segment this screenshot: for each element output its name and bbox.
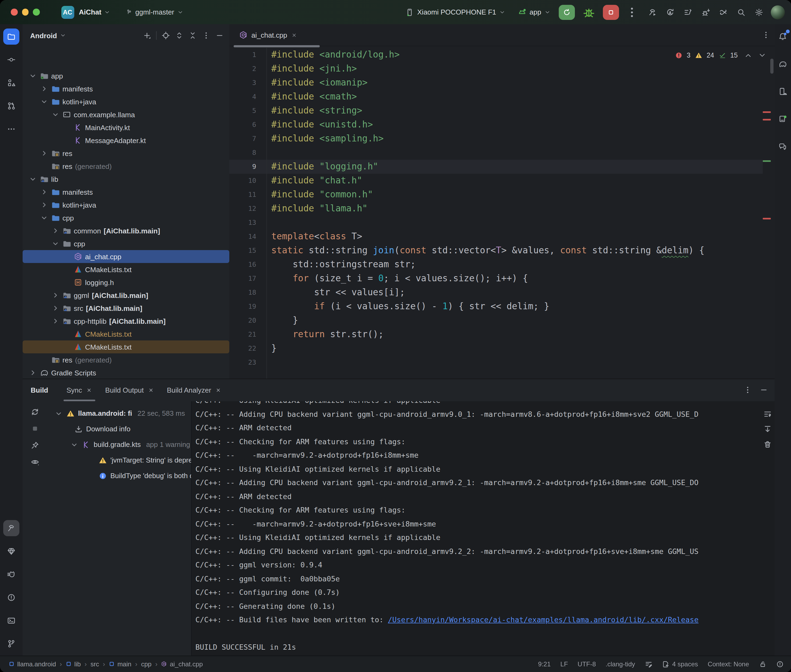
zoom-window-button[interactable] bbox=[33, 9, 40, 16]
line-number[interactable]: 5 bbox=[229, 104, 256, 118]
line-number[interactable]: 13 bbox=[229, 216, 256, 230]
project-tree-row[interactable]: cpp-httplib[AiChat.lib.main] bbox=[22, 315, 229, 328]
hide-panel-icon[interactable] bbox=[215, 31, 224, 40]
search-everywhere-icon[interactable] bbox=[736, 8, 745, 16]
project-tree-row[interactable]: ai_chat.cpp bbox=[22, 250, 229, 263]
change-stripe-mark[interactable] bbox=[762, 160, 770, 162]
write-access-icon[interactable] bbox=[759, 660, 766, 668]
tree-chevron-down-icon[interactable] bbox=[40, 213, 48, 222]
pin-tab-icon[interactable] bbox=[30, 441, 39, 450]
pull-requests-tool-icon[interactable] bbox=[3, 98, 19, 114]
build-panel-options-icon[interactable] bbox=[743, 386, 752, 394]
branch-selector[interactable]: ggml-master bbox=[126, 8, 183, 16]
breadcrumb-item[interactable]: lib bbox=[66, 660, 81, 668]
expand-all-icon[interactable] bbox=[175, 31, 184, 40]
editor-tab[interactable]: ai_chat.cpp bbox=[234, 24, 302, 46]
run-configuration-selector[interactable]: app bbox=[518, 8, 550, 16]
preview-icon[interactable] bbox=[30, 458, 39, 466]
breadcrumb-item[interactable]: cpp bbox=[141, 660, 151, 668]
close-tab-icon[interactable] bbox=[216, 387, 221, 393]
tree-chevron-down-icon[interactable] bbox=[51, 110, 60, 119]
editor-tabs-more-icon[interactable] bbox=[761, 30, 770, 39]
project-tree-row[interactable]: kotlin+java bbox=[22, 95, 229, 108]
clear-all-icon[interactable] bbox=[763, 440, 772, 448]
build-tree-row[interactable]: llama.android: fi22 sec, 583 ms bbox=[55, 405, 185, 421]
tree-chevron-right-icon[interactable] bbox=[51, 226, 60, 235]
build-tree-row[interactable]: Download info bbox=[74, 421, 130, 437]
line-number[interactable]: 19 bbox=[229, 299, 256, 314]
project-tree-row[interactable]: ggml[AiChat.lib.main] bbox=[22, 289, 229, 302]
tree-chevron-down-icon[interactable] bbox=[40, 98, 48, 106]
project-tree-row[interactable]: cpp bbox=[22, 237, 229, 250]
tree-chevron-right-icon[interactable] bbox=[51, 317, 60, 325]
structure-tool-icon[interactable] bbox=[3, 75, 19, 91]
project-tree-row[interactable]: res(generated) bbox=[22, 354, 229, 366]
breadcrumb-item[interactable]: main bbox=[109, 660, 132, 668]
commit-tool-icon[interactable] bbox=[3, 52, 19, 68]
error-stripe-mark[interactable] bbox=[762, 218, 770, 219]
device-selector[interactable]: Xiaomi POCOPHONE F1 bbox=[405, 8, 505, 16]
close-tab-icon[interactable] bbox=[148, 387, 154, 393]
project-tree-row[interactable]: app bbox=[22, 69, 229, 82]
breadcrumb-item[interactable]: src bbox=[90, 660, 99, 668]
console-link[interactable]: /Users/hanyin/Workspace/ai-chat/examples… bbox=[388, 615, 698, 624]
line-number[interactable]: 12 bbox=[229, 202, 256, 216]
project-tree-row[interactable]: kotlin+java bbox=[22, 198, 229, 211]
logcat-tool-icon[interactable] bbox=[3, 566, 19, 582]
error-stripe-mark[interactable] bbox=[762, 119, 770, 120]
line-separator[interactable]: LF bbox=[560, 660, 568, 668]
indent-config[interactable]: 4 spaces bbox=[662, 660, 698, 668]
add-icon[interactable] bbox=[143, 31, 151, 40]
code-area[interactable]: 1234567891011121314151617181920212223 #i… bbox=[229, 48, 774, 379]
line-number[interactable]: 8 bbox=[229, 146, 256, 160]
encoding[interactable]: UTF-8 bbox=[578, 660, 596, 668]
project-tree-row[interactable]: manifests bbox=[22, 82, 229, 95]
tree-chevron-right-icon[interactable] bbox=[29, 368, 37, 377]
line-number[interactable]: 6 bbox=[229, 118, 256, 132]
line-number[interactable]: 23 bbox=[229, 355, 256, 370]
context[interactable]: Context: None bbox=[708, 660, 749, 668]
line-number[interactable]: 16 bbox=[229, 258, 256, 272]
code-style-icon[interactable] bbox=[645, 660, 652, 668]
line-number[interactable]: 1 bbox=[229, 48, 256, 62]
line-number[interactable]: 4 bbox=[229, 90, 256, 104]
build-tree-row[interactable]: 'jvmTarget: String' is deprec bbox=[98, 452, 191, 468]
soft-wrap-icon[interactable] bbox=[763, 410, 772, 418]
tree-chevron-right-icon[interactable] bbox=[51, 304, 60, 312]
stop-button[interactable] bbox=[603, 5, 619, 20]
rerun-button[interactable] bbox=[558, 5, 574, 20]
build-tab-build-analyzer[interactable]: Build Analyzer bbox=[160, 379, 228, 401]
gradle-tool-icon[interactable] bbox=[775, 56, 791, 72]
tree-chevron-down-icon[interactable] bbox=[29, 175, 37, 183]
tree-chevron-down-icon[interactable] bbox=[51, 239, 60, 248]
minimize-window-button[interactable] bbox=[22, 9, 29, 16]
line-number[interactable]: 21 bbox=[229, 328, 256, 341]
build-tool-icon[interactable] bbox=[3, 520, 19, 536]
version-control-tool-icon[interactable] bbox=[3, 635, 19, 651]
project-tree-row[interactable]: logging.h bbox=[22, 276, 229, 289]
more-tools-icon[interactable] bbox=[3, 121, 19, 137]
project-tree-row[interactable]: MessageAdapter.kt bbox=[22, 134, 229, 147]
error-stripe-mark[interactable] bbox=[762, 111, 770, 113]
line-number[interactable]: 20 bbox=[229, 314, 256, 328]
build-tree-row[interactable]: build.gradle.ktsapp 1 warning bbox=[70, 437, 190, 452]
line-number[interactable]: 22 bbox=[229, 341, 256, 355]
project-selector[interactable]: AiChat bbox=[74, 8, 110, 16]
line-number[interactable]: 2 bbox=[229, 62, 256, 76]
problems-tool-icon[interactable] bbox=[3, 589, 19, 605]
stop-sync-icon[interactable] bbox=[30, 424, 39, 433]
close-tab-icon[interactable] bbox=[87, 387, 92, 393]
settings-icon[interactable] bbox=[754, 8, 763, 16]
tree-chevron-down-icon[interactable] bbox=[70, 440, 79, 449]
project-tree-row[interactable]: CMakeLists.txt bbox=[22, 341, 229, 354]
project-tree-row[interactable]: CMakeLists.txt bbox=[22, 263, 229, 276]
project-tree-row[interactable]: manifests bbox=[22, 186, 229, 198]
line-number[interactable]: 7 bbox=[229, 132, 256, 146]
line-number[interactable]: 11 bbox=[229, 188, 256, 202]
project-tree-row[interactable]: MainActivity.kt bbox=[22, 121, 229, 134]
project-tool-icon[interactable] bbox=[3, 29, 19, 45]
close-tab-icon[interactable] bbox=[291, 32, 297, 38]
running-devices-tool-icon[interactable] bbox=[775, 111, 791, 127]
clang-tidy[interactable]: .clang-tidy bbox=[606, 660, 635, 668]
sync-refresh-icon[interactable] bbox=[30, 408, 39, 416]
